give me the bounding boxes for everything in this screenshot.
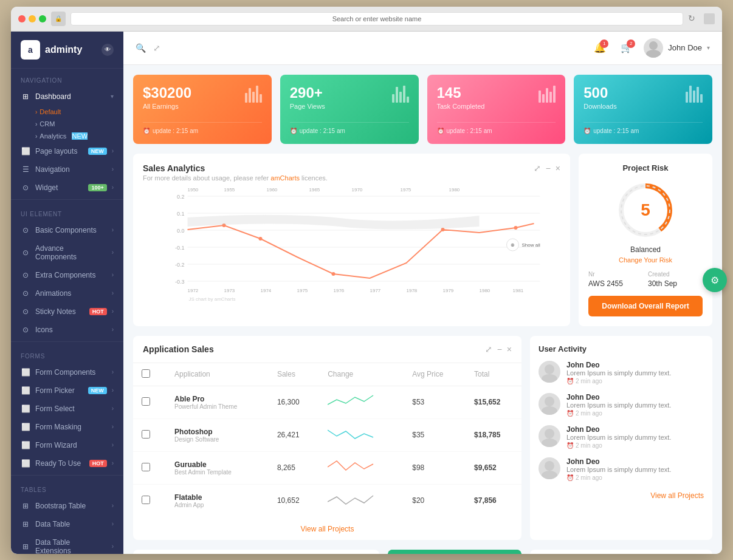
sales-1: 16,300 [269, 386, 319, 418]
sidebar-item-form-picker[interactable]: ⬜ Form Picker NEW › [11, 381, 123, 400]
refresh-icon[interactable]: ↻ [688, 13, 699, 24]
sidebar-item-widget[interactable]: ⊙ Widget 100+ › [11, 179, 123, 197]
svg-text:0.2: 0.2 [177, 194, 185, 200]
form-comp-icon: ⬜ [21, 368, 30, 377]
pageviews-value: 290+ [290, 84, 325, 101]
sidebar-item-page-layouts[interactable]: ⬜ Page layouts NEW › [11, 142, 123, 160]
svg-text:1980: 1980 [480, 288, 490, 293]
svg-text:-0.1: -0.1 [175, 245, 185, 251]
browser-window: 🔒 Search or enter website name ↻ a admin… [11, 7, 722, 554]
risk-status: Balanced [630, 245, 661, 254]
expand-chart-icon[interactable]: ⤢ [534, 163, 541, 173]
sparkline-4 [328, 491, 376, 509]
risk-created: Created 30th Sep [648, 271, 703, 289]
minus-table-icon[interactable]: − [497, 344, 502, 354]
animations-icon: ⊙ [21, 289, 30, 298]
notification-bell-btn[interactable]: 🔔 1 [590, 38, 610, 58]
sidebar-item-form-select[interactable]: ⬜ Form Select › [11, 400, 123, 418]
url-bar[interactable]: Search or enter website name [71, 12, 683, 26]
table-actions: ⤢ − × [485, 344, 512, 354]
sidebar-sub-default[interactable]: ›Default [11, 106, 123, 118]
avgprice-1: $53 [404, 386, 466, 418]
sidebar-item-dashboard[interactable]: ⊞ Dashboard ▾ [11, 87, 123, 106]
sales-2: 26,421 [269, 418, 319, 451]
expand-icon[interactable] [704, 13, 715, 24]
widget-badge: 100+ [88, 184, 106, 191]
close-dot[interactable] [18, 15, 26, 22]
sidebar-item-data-table-ext[interactable]: ⊞ Data Table Extensions › [11, 533, 123, 554]
avatar [644, 38, 663, 58]
view-all-projects-link[interactable]: View all Projects [301, 525, 354, 533]
expand-icon[interactable]: ⤢ [153, 43, 160, 53]
sidebar-item-basic[interactable]: ⊙ Basic Components › [11, 221, 123, 239]
close-chart-icon[interactable]: × [556, 163, 560, 173]
amcharts-link[interactable]: amCharts [270, 174, 300, 182]
chevron-right-icon: › [112, 148, 114, 154]
sidebar-item-sticky[interactable]: ⊙ Sticky Notes HOT › [11, 302, 123, 321]
downloads-value: 500 [583, 84, 616, 101]
nav-section-label: Navigation [11, 69, 123, 87]
chart-title: Sales Analytics [143, 163, 328, 173]
extra-icon: ⊙ [21, 271, 30, 279]
sidebar-item-ready-to-use[interactable]: ⬜ Ready To Use HOT › [11, 454, 123, 473]
table-row: PhotoshopDesign Software 26,421 $35 $18,… [133, 418, 521, 451]
tasks-chart [539, 84, 556, 103]
row-checkbox-3[interactable] [142, 463, 150, 471]
sidebar-item-advance[interactable]: ⊙ Advance Components › [11, 239, 123, 266]
activity-footer: View all Projects [539, 490, 704, 500]
download-report-btn[interactable]: Download Overall Report [588, 296, 703, 316]
sidebar-sub-analytics[interactable]: ›Analytics NEW [11, 130, 123, 142]
sidebar-item-navigation[interactable]: ☰ Navigation › [11, 160, 123, 179]
svg-point-22 [259, 237, 263, 241]
sparkline-3 [328, 458, 376, 476]
search-icon[interactable]: 🔍 [136, 43, 146, 53]
sidebar-item-form-components[interactable]: ⬜ Form Components › [11, 363, 123, 381]
risk-change-link[interactable]: Change Your Risk [619, 256, 672, 264]
risk-value: 5 [641, 200, 650, 220]
sidebar-item-extra[interactable]: ⊙ Extra Components › [11, 266, 123, 284]
sidebar-item-icons[interactable]: ⊙ Icons › [11, 321, 123, 339]
traffic-lights [18, 15, 46, 22]
sidebar-item-bootstrap-table[interactable]: ⊞ Bootstrap Table › [11, 497, 123, 515]
app-container: a adminty 👁 Navigation ⊞ Dashboard ▾ ›De… [11, 32, 722, 554]
select-all-checkbox[interactable] [142, 369, 150, 378]
notification-cart-btn[interactable]: 🛒 2 [617, 38, 636, 58]
main-content: $30200 All Earnings [123, 65, 722, 554]
row-checkbox-4[interactable] [142, 496, 150, 504]
page-layouts-badge: NEW [88, 148, 107, 155]
settings-fab[interactable]: ⚙ [703, 268, 722, 292]
logo-text: adminty [45, 44, 82, 55]
sidebar-item-form-wizard[interactable]: ⬜ Form Wizard › [11, 436, 123, 454]
sidebar-item-form-masking[interactable]: ⬜ Form Masking › [11, 418, 123, 436]
svg-text:1979: 1979 [443, 288, 454, 293]
earnings-footer: ⏰update : 2:15 am [143, 122, 262, 134]
ui-section-label: UI Element [11, 202, 123, 221]
maximize-dot[interactable] [39, 15, 46, 22]
row-checkbox-1[interactable] [142, 397, 150, 406]
eye-icon[interactable]: 👁 [102, 44, 114, 56]
sidebar-item-data-table[interactable]: ⊞ Data Table › [11, 515, 123, 533]
stat-card-pageviews: 290+ Page Views [280, 75, 419, 144]
app-name-4: Flatable [174, 493, 260, 502]
view-all-activity-link[interactable]: View all Projects [650, 491, 704, 500]
expand-table-icon[interactable]: ⤢ [485, 344, 492, 354]
col-change: Change [319, 363, 404, 386]
svg-text:1973: 1973 [224, 288, 235, 293]
activity-title: User Activity [539, 344, 704, 353]
project-risk-title: Project Risk [622, 163, 668, 172]
close-table-icon[interactable]: × [507, 344, 512, 354]
user-area[interactable]: John Doe ▾ [644, 38, 710, 58]
activity-item-1: John Deo Lorem Ipsum is simply dummy tex… [539, 361, 704, 384]
total-4: $7,856 [466, 484, 521, 517]
notif-count-1: 1 [600, 39, 608, 48]
ready-icon: ⬜ [21, 459, 30, 468]
svg-text:-0.2: -0.2 [175, 262, 185, 268]
minus-icon[interactable]: − [546, 163, 551, 173]
sidebar-item-animations[interactable]: ⊙ Animations › [11, 284, 123, 302]
row-checkbox-2[interactable] [142, 430, 150, 439]
chevron-right-icon3: › [112, 184, 114, 191]
sales-4: 10,652 [269, 484, 319, 517]
svg-point-48 [542, 439, 557, 447]
minimize-dot[interactable] [29, 15, 36, 22]
sidebar-sub-crm[interactable]: ›CRM [11, 118, 123, 130]
